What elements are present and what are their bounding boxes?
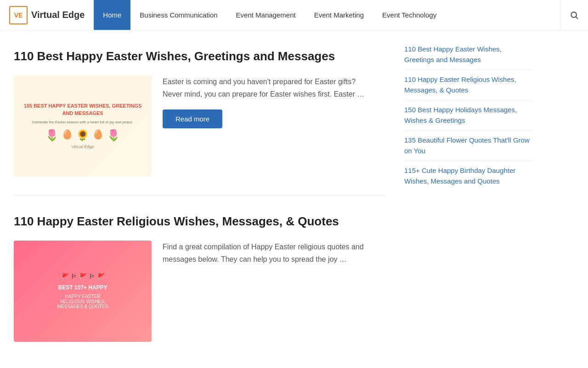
flag-1: 🚩 bbox=[61, 273, 69, 280]
nav-item-home[interactable]: Home bbox=[94, 0, 130, 30]
flag-5: 🚩 bbox=[97, 273, 105, 280]
tulip-icon-3: 🌷 bbox=[107, 129, 120, 142]
article-1-image: 105 BEST HAPPY EASTER WISHES, GREETINGS … bbox=[14, 75, 152, 177]
article-2: 110 Happy Easter Religious Wishes, Messa… bbox=[14, 196, 386, 360]
nav-item-event-technology[interactable]: Event Technology bbox=[373, 0, 446, 30]
egg-icon-2: 🥚 bbox=[92, 129, 104, 142]
logo-icon: VE bbox=[9, 6, 28, 24]
sidebar-link-1[interactable]: 110 Best Happy Easter Wishes, Greetings … bbox=[404, 44, 533, 65]
logo-text: Virtual Edge bbox=[31, 10, 85, 20]
nav-item-event-management[interactable]: Event Management bbox=[227, 0, 305, 30]
sidebar: 110 Best Happy Easter Wishes, Greetings … bbox=[400, 30, 542, 368]
sidebar-link-item-1: 110 Best Happy Easter Wishes, Greetings … bbox=[404, 40, 533, 70]
article-2-body: 🚩 🏳 🚩 🏳 🚩 BEST 107+ HAPPY HAPPY EASTERRE… bbox=[14, 241, 377, 342]
sidebar-link-item-5: 115+ Cute Happy Birthday Daughter Wishes… bbox=[404, 161, 533, 191]
article-1-body: 105 BEST HAPPY EASTER WISHES, GREETINGS … bbox=[14, 75, 377, 177]
article-1-img-sub: Celebrate the Easter season with a heart… bbox=[32, 120, 134, 125]
nav-item-business-communication[interactable]: Business Communication bbox=[130, 0, 226, 30]
article-2-image: 🚩 🏳 🚩 🏳 🚩 BEST 107+ HAPPY HAPPY EASTERRE… bbox=[14, 241, 152, 342]
flag-3: 🚩 bbox=[79, 273, 87, 280]
article-1: 110 Best Happy Easter Wishes, Greetings … bbox=[14, 30, 386, 196]
navbar: VE Virtual Edge Home Business Communicat… bbox=[0, 0, 588, 30]
svg-line-1 bbox=[576, 17, 578, 18]
article-2-img-headline: BEST 107+ HAPPY bbox=[58, 284, 107, 292]
article-1-img-headline: 105 BEST HAPPY EASTER WISHES, GREETINGS … bbox=[18, 103, 147, 117]
tulip-icon-2: 🌻 bbox=[76, 129, 90, 142]
flag-2: 🏳 bbox=[71, 273, 77, 280]
article-1-text: Easter is coming and you haven't prepare… bbox=[163, 75, 377, 128]
page-wrapper: 110 Best Happy Easter Wishes, Greetings … bbox=[0, 30, 588, 368]
sidebar-link-2[interactable]: 110 Happy Easter Religious Wishes, Messa… bbox=[404, 75, 533, 95]
sidebar-link-item-2: 110 Happy Easter Religious Wishes, Messa… bbox=[404, 70, 533, 100]
article-2-img-sub: HAPPY EASTERRELIGIOUS WISHES,MESSAGES & … bbox=[57, 294, 108, 309]
sidebar-link-5[interactable]: 115+ Cute Happy Birthday Daughter Wishes… bbox=[404, 166, 533, 186]
flag-4: 🏳 bbox=[89, 273, 95, 280]
main-content: 110 Best Happy Easter Wishes, Greetings … bbox=[0, 30, 400, 368]
article-2-title: 110 Happy Easter Religious Wishes, Messa… bbox=[14, 214, 377, 230]
sidebar-link-3[interactable]: 150 Best Happy Holidays Messages, Wishes… bbox=[404, 105, 533, 126]
sidebar-link-item-3: 150 Best Happy Holidays Messages, Wishes… bbox=[404, 100, 533, 131]
article-1-read-more[interactable]: Read more bbox=[163, 109, 222, 128]
site-logo[interactable]: VE Virtual Edge bbox=[0, 6, 94, 24]
bunting-decoration: 🚩 🏳 🚩 🏳 🚩 bbox=[61, 273, 105, 280]
article-1-title: 110 Best Happy Easter Wishes, Greetings … bbox=[14, 49, 377, 64]
sidebar-link-4[interactable]: 135 Beautiful Flower Quotes That'll Grow… bbox=[404, 135, 533, 156]
nav-items: Home Business Communication Event Manage… bbox=[94, 0, 560, 30]
article-1-img-brand: Virtual Edge bbox=[72, 144, 94, 149]
sidebar-link-item-4: 135 Beautiful Flower Quotes That'll Grow… bbox=[404, 131, 533, 161]
article-2-excerpt: Find a great compilation of Happy Easter… bbox=[163, 241, 377, 265]
article-1-excerpt: Easter is coming and you haven't prepare… bbox=[163, 75, 377, 100]
nav-item-event-marketing[interactable]: Event Marketing bbox=[305, 0, 373, 30]
easter-decorations: 🌷 🥚 🌻 🥚 🌷 bbox=[45, 129, 120, 142]
search-button[interactable] bbox=[560, 0, 588, 30]
egg-icon-1: 🥚 bbox=[62, 129, 73, 142]
sidebar-links: 110 Best Happy Easter Wishes, Greetings … bbox=[404, 40, 533, 191]
tulip-icon-1: 🌷 bbox=[45, 129, 59, 142]
article-2-text: Find a great compilation of Happy Easter… bbox=[163, 241, 377, 275]
